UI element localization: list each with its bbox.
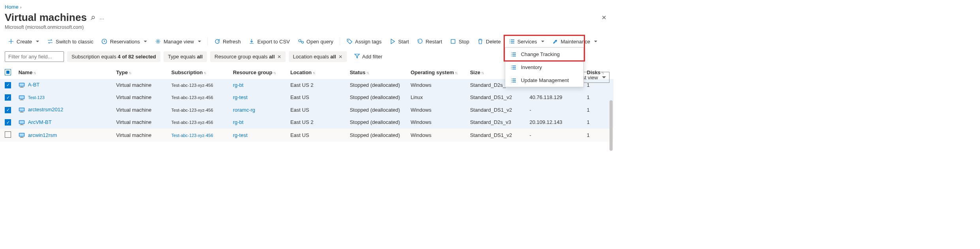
svg-rect-15: [19, 109, 24, 111]
col-header-os[interactable]: Operating system↑↓: [407, 66, 467, 79]
filter-pill-type[interactable]: Type equals all: [164, 51, 207, 62]
filter-input[interactable]: [5, 51, 64, 62]
start-button[interactable]: Start: [386, 36, 412, 47]
cell-resource-group[interactable]: rg-bt: [230, 116, 287, 129]
manage-view-button[interactable]: Manage view: [152, 36, 204, 47]
vm-name-link[interactable]: arcwin12rsm: [28, 132, 57, 138]
remove-filter-icon[interactable]: ✕: [339, 54, 342, 60]
switch-classic-button[interactable]: Switch to classic: [44, 36, 96, 47]
dropdown-label: Inventory: [521, 64, 542, 70]
cell-size: Standard_DS1_v2: [467, 129, 527, 142]
dropdown-label: Update Management: [521, 77, 569, 83]
cell-size: Standard_DS1_v2: [467, 104, 527, 116]
cell-status: Stopped (deallocated): [346, 79, 407, 92]
row-checkbox[interactable]: [5, 131, 11, 138]
row-checkbox[interactable]: ✓: [5, 107, 11, 113]
cell-size: Standard_DS1_v2: [467, 91, 527, 104]
svg-point-4: [348, 40, 349, 41]
vm-icon: [19, 95, 25, 101]
remove-filter-icon[interactable]: ✕: [277, 54, 281, 60]
cell-resource-group[interactable]: rg-test: [230, 129, 287, 142]
add-filter-label: Add filter: [362, 54, 382, 60]
table-row[interactable]: ✓arctestrsm2012Virtual machineTest-abc-1…: [0, 104, 613, 116]
maintenance-button[interactable]: Maintenance: [549, 36, 600, 47]
col-header-type[interactable]: Type↑↓: [113, 66, 168, 79]
svg-rect-16: [21, 112, 23, 112]
toolbar: Create Switch to classic Reservations Ma…: [0, 34, 613, 49]
cell-resource-group[interactable]: roramc-rg: [230, 104, 287, 116]
cell-subscription: Test-abc-123-xyz-456: [168, 79, 230, 92]
filter-pill-subscription[interactable]: Subscription equals 4 of 82 selected: [67, 51, 160, 62]
cell-location: East US 2: [287, 79, 347, 92]
cell-disks: 1: [584, 91, 613, 104]
toolbar-label: Manage view: [164, 39, 194, 45]
cell-disks: 1: [584, 129, 613, 142]
dropdown-item-update-management[interactable]: Update Management: [505, 74, 583, 87]
reservations-button[interactable]: Reservations: [98, 36, 150, 47]
close-icon[interactable]: ×: [602, 13, 606, 22]
page-subtitle: Microsoft (microsoft.onmicrosoft.com): [0, 24, 613, 34]
col-header-resource-group[interactable]: Resource group↑↓: [230, 66, 287, 79]
toolbar-label: Assign tags: [355, 39, 382, 45]
svg-rect-12: [21, 99, 23, 100]
refresh-button[interactable]: Refresh: [211, 36, 244, 47]
dropdown-item-inventory[interactable]: Inventory: [505, 61, 583, 74]
col-header-name[interactable]: Name↑↓: [15, 66, 113, 79]
delete-button[interactable]: Delete: [474, 36, 504, 47]
toolbar-label: Maintenance: [561, 39, 590, 45]
cell-disks: 1: [584, 104, 613, 116]
filter-pill-resource-group[interactable]: Resource group equals all✕: [210, 51, 286, 62]
assign-tags-button[interactable]: Assign tags: [343, 36, 385, 47]
query-icon: [298, 38, 304, 45]
pin-icon[interactable]: ⚲: [89, 14, 96, 21]
svg-rect-21: [20, 125, 24, 125]
toolbar-label: Switch to classic: [56, 39, 93, 45]
add-filter-button[interactable]: Add filter: [350, 51, 387, 62]
list-icon: [511, 78, 517, 83]
open-query-button[interactable]: Open query: [295, 36, 337, 47]
col-header-subscription[interactable]: Subscription↑↓: [168, 66, 230, 79]
cell-status: Stopped (deallocated): [346, 129, 407, 142]
vm-name-link[interactable]: A-BT: [28, 82, 40, 88]
export-csv-button[interactable]: Export to CSV: [245, 36, 293, 47]
cell-location: East US 2: [287, 116, 347, 129]
svg-rect-23: [19, 134, 24, 136]
dropdown-item-change-tracking[interactable]: Change Tracking: [505, 48, 583, 61]
row-checkbox[interactable]: ✓: [5, 119, 11, 125]
cell-type: Virtual machine: [113, 79, 168, 92]
stop-icon: [450, 38, 456, 45]
cell-resource-group[interactable]: rg-test: [230, 91, 287, 104]
more-icon[interactable]: …: [98, 15, 107, 21]
svg-rect-11: [19, 96, 24, 98]
col-header-location[interactable]: Location↑↓: [287, 66, 347, 79]
toolbar-label: Start: [398, 39, 409, 45]
gear-icon: [155, 38, 161, 45]
svg-rect-5: [451, 39, 455, 43]
svg-point-1: [157, 41, 159, 42]
table-row[interactable]: ✓Test-123Virtual machineTest-abc-123-xyz…: [0, 91, 613, 104]
wrench-icon: [552, 38, 559, 45]
filter-pill-location[interactable]: Location equals all✕: [289, 51, 347, 62]
stop-button[interactable]: Stop: [447, 36, 472, 47]
svg-rect-9: [20, 87, 24, 88]
create-button[interactable]: Create: [5, 36, 42, 47]
vm-name-link[interactable]: ArcVM-BT: [28, 119, 52, 125]
row-checkbox[interactable]: ✓: [5, 94, 11, 101]
vm-name-link[interactable]: Test-123: [28, 95, 45, 100]
vm-icon: [19, 120, 25, 125]
table-row[interactable]: arcwin12rsmVirtual machineTest-abc-123-x…: [0, 129, 613, 142]
breadcrumb-home[interactable]: Home: [5, 4, 19, 10]
svg-point-3: [301, 41, 303, 43]
col-header-status[interactable]: Status↑↓: [346, 66, 407, 79]
cell-type: Virtual machine: [113, 104, 168, 116]
services-button[interactable]: Services: [506, 36, 547, 47]
toolbar-label: Create: [17, 39, 32, 45]
table-row[interactable]: ✓ArcVM-BTVirtual machineTest-abc-123-xyz…: [0, 116, 613, 129]
separator: [340, 37, 340, 45]
select-all-checkbox[interactable]: [5, 69, 11, 75]
row-checkbox[interactable]: ✓: [5, 82, 11, 88]
vm-name-link[interactable]: arctestrsm2012: [28, 107, 64, 112]
restart-button[interactable]: Restart: [414, 36, 445, 47]
cell-resource-group[interactable]: rg-bt: [230, 79, 287, 92]
scrollbar[interactable]: [609, 100, 613, 151]
